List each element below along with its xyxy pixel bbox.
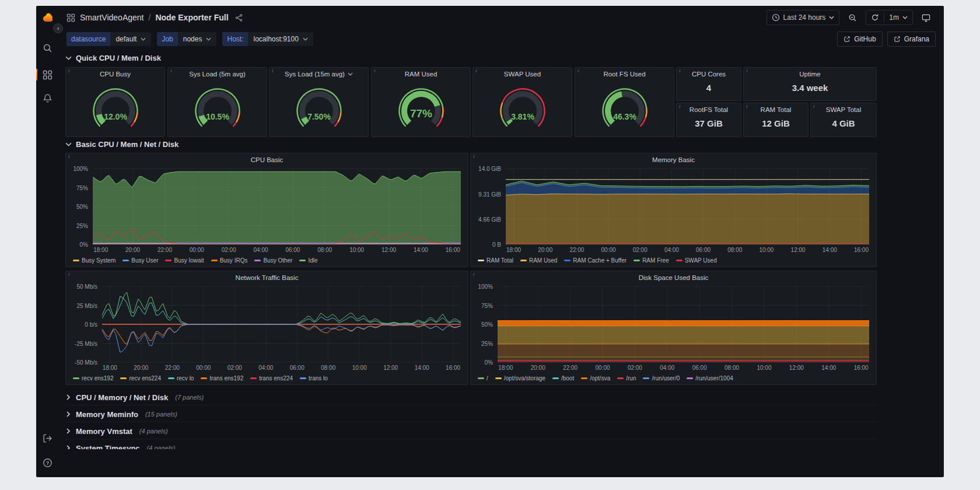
refresh-interval-picker[interactable]: 1m: [884, 10, 912, 24]
variable-value: default: [116, 35, 136, 43]
time-range-picker[interactable]: Last 24 hours: [766, 10, 840, 25]
legend-item-swap-used[interactable]: SWAP Used: [676, 257, 717, 264]
gauge: 10.5%: [174, 80, 261, 135]
legend-item-busy-irqs[interactable]: Busy IRQs: [211, 257, 248, 264]
panel-title[interactable]: Root FS Used: [575, 71, 674, 78]
svg-text:?: ?: [46, 460, 48, 466]
collapsed-row-system-timesync[interactable]: System Timesync(4 panels): [65, 440, 877, 449]
link-label: GitHub: [854, 35, 876, 43]
panel-info-icon[interactable]: i: [68, 68, 70, 74]
legend-item-recv-ens224[interactable]: recv ens224: [120, 375, 160, 382]
panel-title[interactable]: SWAP Used: [473, 71, 572, 78]
variable-datasource: datasourcedefault: [66, 32, 151, 46]
panel-title[interactable]: Uptime: [744, 71, 876, 78]
legend-item-trans-lo[interactable]: trans lo: [300, 375, 328, 382]
legend-item-run[interactable]: /run: [617, 375, 636, 382]
sign-out-button[interactable]: [40, 430, 55, 446]
panel-title[interactable]: Sys Load (15m avg): [270, 71, 368, 78]
panel-title[interactable]: RAM Used: [372, 71, 470, 78]
legend-item-busy-user[interactable]: Busy User: [123, 257, 158, 264]
stat-panel-swap-total: iSWAP Total4 GiB: [810, 103, 877, 137]
panel-info-icon[interactable]: i: [578, 68, 579, 74]
x-axis-label: 18:00: [498, 365, 513, 371]
sidebar-item-dashboards[interactable]: [40, 67, 55, 82]
legend-item-idle[interactable]: Idle: [299, 257, 317, 264]
x-axis-label: 04:00: [664, 247, 679, 253]
panel-info-icon[interactable]: i: [746, 103, 748, 109]
panel-info-icon[interactable]: i: [473, 271, 475, 277]
panel-info-icon[interactable]: i: [746, 68, 748, 74]
legend-item-boot[interactable]: /boot: [552, 375, 574, 382]
panel-title[interactable]: SWAP Total: [811, 106, 876, 113]
collapsed-row-cpu-memory-net-disk[interactable]: CPU / Memory / Net / Disk(7 panels): [65, 390, 877, 405]
legend-color-dash: [300, 377, 306, 379]
panel-info-icon[interactable]: i: [68, 153, 70, 159]
y-axis-label: 4.66 GiB: [471, 216, 501, 223]
panel-info-icon[interactable]: i: [68, 271, 70, 277]
help-button[interactable]: ?: [40, 455, 55, 470]
variable-value-dropdown[interactable]: nodes: [178, 32, 217, 46]
dashboard-link-grafana[interactable]: Grafana: [887, 32, 936, 47]
row-panel-count: (4 panels): [139, 428, 168, 435]
legend-item-opt-sva[interactable]: /opt/sva: [581, 375, 610, 382]
row-title: System Timesync: [76, 444, 140, 450]
legend-item-ram-total[interactable]: RAM Total: [478, 257, 513, 264]
collapsed-row-memory-meminfo[interactable]: Memory Meminfo(15 panels): [65, 407, 877, 422]
legend-item-opt-sva-storage[interactable]: /opt/sva/storage: [495, 375, 545, 382]
x-axis-label: 14:00: [821, 365, 836, 371]
variable-value-dropdown[interactable]: default: [110, 32, 151, 46]
x-axis-label: 16:00: [854, 365, 869, 371]
row-header-basic[interactable]: Basic CPU / Mem / Net / Disk: [65, 140, 178, 149]
panel-title[interactable]: CPU Busy: [66, 71, 164, 78]
row-title: CPU / Memory / Net / Disk: [76, 393, 168, 402]
panel-info-icon[interactable]: i: [813, 103, 815, 109]
panel-info-icon[interactable]: i: [272, 68, 274, 74]
panel-title[interactable]: RootFS Total: [677, 106, 741, 113]
legend-item-root[interactable]: /: [478, 375, 488, 382]
legend-item-run-user-1004[interactable]: /run/user/1004: [687, 375, 733, 382]
breadcrumb-folder[interactable]: SmartVideoAgent: [80, 13, 144, 22]
external-link-icon: [894, 36, 901, 43]
legend-item-ram-used[interactable]: RAM Used: [520, 257, 557, 264]
dashboard-link-github[interactable]: GitHub: [837, 32, 882, 47]
tv-mode-button[interactable]: [916, 10, 936, 25]
legend-item-trans-ens224[interactable]: trans ens224: [250, 375, 293, 382]
collapsed-row-memory-vmstat[interactable]: Memory Vmstat(4 panels): [65, 424, 877, 439]
legend-item-ram-free[interactable]: RAM Free: [634, 257, 669, 264]
panel-info-icon[interactable]: i: [679, 68, 681, 74]
stat-panel-cpu-cores: iCPU Cores4: [676, 67, 741, 101]
legend-color-dash: [254, 260, 261, 261]
variable-value-dropdown[interactable]: localhost:9100: [248, 32, 313, 46]
legend-label: RAM Used: [529, 257, 557, 264]
legend-item-ram-cache-buffer[interactable]: RAM Cache + Buffer: [564, 257, 626, 264]
panel-info-icon[interactable]: i: [374, 68, 376, 74]
legend-item-run-user-0[interactable]: /run/user/0: [643, 375, 680, 382]
search-button[interactable]: [40, 40, 55, 55]
row-header-quick[interactable]: Quick CPU / Mem / Disk: [65, 54, 161, 62]
legend-item-trans-ens192[interactable]: trans ens192: [201, 375, 243, 382]
link-label: Grafana: [904, 35, 929, 43]
legend-item-busy-other[interactable]: Busy Other: [254, 257, 292, 264]
series-area-ram-used: [506, 194, 869, 244]
legend-item-recv-ens192[interactable]: recv ens192: [73, 375, 113, 382]
panel-info-icon[interactable]: i: [475, 68, 477, 74]
legend-label: trans ens224: [259, 375, 293, 382]
panel-info-icon[interactable]: i: [679, 103, 681, 109]
legend-item-busy-system[interactable]: Busy System: [73, 257, 116, 264]
grafana-logo-button[interactable]: [40, 10, 55, 26]
share-dashboard-button[interactable]: [233, 12, 245, 23]
sidebar-expand-button[interactable]: ›: [53, 23, 63, 33]
row-title: Memory Vmstat: [76, 427, 132, 436]
refresh-button[interactable]: [866, 10, 884, 24]
panel-title[interactable]: Sys Load (5m avg): [168, 71, 267, 78]
y-axis-label: 50 Mb/s: [66, 284, 97, 290]
panel-info-icon[interactable]: i: [473, 153, 475, 159]
panel-info-icon[interactable]: i: [170, 68, 172, 74]
legend-item-recv-lo[interactable]: recv lo: [168, 375, 194, 382]
panel-title[interactable]: CPU Cores: [677, 71, 741, 78]
zoom-out-button[interactable]: [843, 10, 862, 25]
sidebar-item-alerting[interactable]: [40, 90, 55, 106]
panel-title[interactable]: RAM Total: [744, 106, 808, 113]
legend-item-busy-iowait[interactable]: Busy Iowait: [165, 257, 204, 264]
external-link-icon: [844, 36, 850, 43]
